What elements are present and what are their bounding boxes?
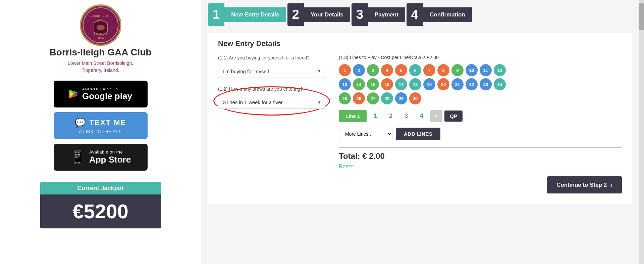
number-ball-5[interactable]: 5	[395, 64, 407, 76]
number-ball-27[interactable]: 27	[367, 92, 379, 104]
q1-label: (1.1) Are you buying for yourself or a f…	[218, 55, 325, 61]
number-ball-13[interactable]: 13	[339, 78, 351, 90]
scrollbar[interactable]	[639, 0, 644, 264]
svg-text:BORRIS-ILEIGH: BORRIS-ILEIGH	[90, 14, 112, 17]
add-lines-button[interactable]: ADD LINES	[396, 128, 440, 140]
step-4-number: 4	[407, 3, 423, 26]
line-num-1[interactable]: 1	[369, 110, 382, 122]
step-1-label: New Entry Details	[224, 7, 286, 22]
qp-button[interactable]: QP	[444, 111, 463, 122]
club-address: Lower Main Street Borrisoleigh, Tipperar…	[68, 60, 133, 74]
more-lines-row: More Lines.. ADD LINES	[339, 128, 622, 140]
number-ball-21[interactable]: 21	[451, 78, 464, 90]
club-name: Borris-Ileigh GAA Club	[50, 47, 152, 58]
number-ball-1[interactable]: 1	[339, 64, 351, 76]
svg-point-4	[97, 25, 105, 30]
number-ball-6[interactable]: 6	[409, 64, 421, 76]
number-ball-18[interactable]: 18	[409, 78, 421, 90]
number-ball-9[interactable]: 9	[451, 64, 464, 76]
number-ball-10[interactable]: 10	[466, 64, 478, 76]
svg-text:1886: 1886	[98, 36, 104, 40]
number-ball-8[interactable]: 8	[437, 64, 449, 76]
line-1-tab[interactable]: Line 1	[339, 110, 367, 122]
google-play-icon	[69, 89, 79, 99]
continue-button[interactable]: Continue to Step 2 ›	[547, 176, 622, 193]
number-ball-14[interactable]: 14	[353, 78, 365, 90]
number-ball-7[interactable]: 7	[423, 64, 435, 76]
q2-label: (1.2) How many draws are you entering?	[218, 86, 325, 93]
numbers-section-label: (1.3) Lines to Play - Cost per Line/Draw…	[339, 55, 622, 60]
number-ball-22[interactable]: 22	[466, 78, 478, 90]
content-area: New Entry Details (1.1) Are you buying f…	[208, 33, 632, 204]
number-ball-20[interactable]: 20	[437, 78, 449, 90]
number-ball-30[interactable]: 30	[409, 92, 421, 104]
text-me-bottom-line: A LINK TO THE APP	[79, 129, 122, 134]
step-1-number: 1	[208, 3, 224, 26]
q2-select-wrapper: 3 lines in 1 week for a fiver ▼	[218, 96, 325, 109]
line-controls: Line 1 1 2 3 4 ✕ QP	[339, 110, 622, 122]
app-store-button[interactable]: 📱 Available on the App Store	[54, 144, 148, 171]
jackpot-container: Current Jackpot €5200	[40, 182, 161, 228]
form-row: (1.1) Are you buying for yourself or a f…	[218, 55, 622, 193]
number-ball-2[interactable]: 2	[353, 64, 365, 76]
number-ball-19[interactable]: 19	[423, 78, 435, 90]
app-store-top-line: Available on the	[89, 149, 131, 155]
line-num-4[interactable]: 4	[415, 110, 428, 122]
x-button[interactable]: ✕	[430, 110, 442, 122]
step-2[interactable]: 2 Your Details	[287, 3, 350, 26]
total-text: Total: € 2.00	[339, 151, 622, 161]
continue-label: Continue to Step 2	[556, 182, 607, 188]
section-title: New Entry Details	[218, 39, 622, 48]
text-me-top-line: 💬 TEXT ME	[75, 118, 126, 128]
number-ball-11[interactable]: 11	[480, 64, 492, 76]
number-ball-24[interactable]: 24	[494, 78, 506, 90]
step-3-label: Payment	[368, 7, 405, 22]
chat-icon: 💬	[75, 118, 86, 128]
number-ball-15[interactable]: 15	[367, 78, 379, 90]
form-left: (1.1) Are you buying for yourself or a f…	[218, 55, 325, 109]
main-content: 1 New Entry Details 2 Your Details 3 Pay…	[201, 0, 639, 264]
step-4[interactable]: 4 Confirmation	[407, 3, 472, 26]
line-num-3[interactable]: 3	[399, 110, 413, 122]
number-ball-12[interactable]: 12	[494, 64, 506, 76]
number-ball-4[interactable]: 4	[381, 64, 393, 76]
draws-select[interactable]: 3 lines in 1 week for a fiver	[218, 96, 325, 109]
google-play-big-text: Google play	[82, 91, 132, 101]
number-ball-23[interactable]: 23	[480, 78, 492, 90]
form-right: (1.3) Lines to Play - Cost per Line/Draw…	[339, 55, 622, 193]
google-play-button[interactable]: ANDROID APP ON Google play	[54, 81, 148, 107]
step-1[interactable]: 1 New Entry Details	[208, 3, 286, 26]
step-2-label: Your Details	[304, 7, 350, 22]
number-ball-28[interactable]: 28	[381, 92, 393, 104]
number-ball-17[interactable]: 17	[395, 78, 407, 90]
steps-bar: 1 New Entry Details 2 Your Details 3 Pay…	[201, 0, 639, 29]
number-ball-29[interactable]: 29	[395, 92, 407, 104]
draws-circle-wrapper: 3 lines in 1 week for a fiver ▼	[218, 96, 325, 109]
buying-for-select[interactable]: I'm buying for myself	[218, 65, 325, 78]
numbers-grid: 1234567891011121314151617181920212223242…	[339, 64, 622, 104]
line-num-2[interactable]: 2	[384, 110, 397, 122]
more-lines-select[interactable]: More Lines..	[339, 128, 392, 140]
phone-icon: 📱	[70, 150, 85, 164]
q1-select-wrapper: I'm buying for myself ▼	[218, 65, 325, 78]
jackpot-label: Current Jackpot	[40, 182, 161, 194]
google-play-small-text: ANDROID APP ON	[82, 87, 132, 91]
step-2-number: 2	[287, 3, 304, 26]
divider	[339, 147, 622, 147]
text-me-button[interactable]: 💬 TEXT ME A LINK TO THE APP	[54, 112, 148, 139]
step-4-label: Confirmation	[423, 7, 472, 22]
number-ball-3[interactable]: 3	[367, 64, 379, 76]
continue-arrow-icon: ›	[610, 181, 612, 189]
step-3[interactable]: 3 Payment	[352, 3, 405, 26]
club-crest: BORRIS-ILEIGH G.A.A. ★ ★ ★ ★ ★ 1886	[79, 3, 122, 47]
reset-link[interactable]: Reset	[339, 164, 622, 170]
sidebar: BORRIS-ILEIGH G.A.A. ★ ★ ★ ★ ★ 1886 Borr…	[0, 0, 201, 264]
step-3-number: 3	[352, 3, 368, 26]
number-ball-16[interactable]: 16	[381, 78, 393, 90]
app-store-bottom-line: App Store	[89, 155, 131, 165]
number-ball-25[interactable]: 25	[339, 92, 351, 104]
svg-text:★ ★ ★ ★ ★: ★ ★ ★ ★ ★	[93, 33, 108, 36]
scrollbar-thumb[interactable]	[639, 3, 644, 30]
jackpot-amount: €5200	[40, 194, 161, 228]
number-ball-26[interactable]: 26	[353, 92, 365, 104]
